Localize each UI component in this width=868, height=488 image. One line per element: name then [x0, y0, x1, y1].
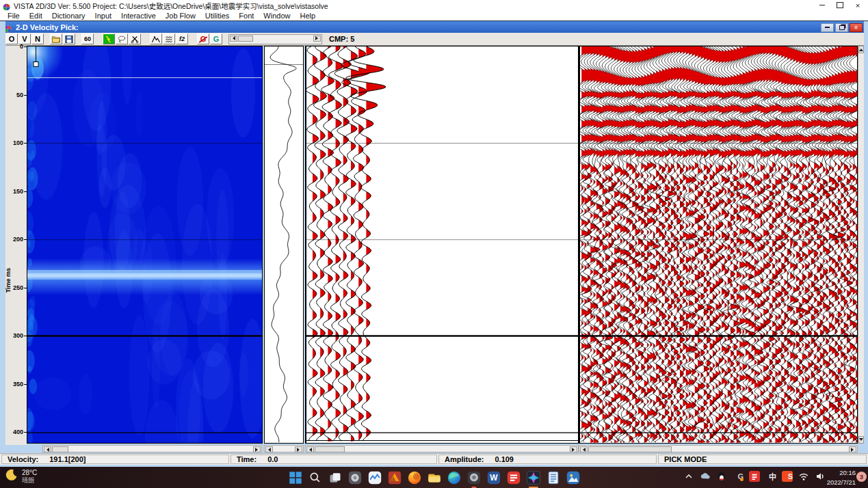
word-glyph: W — [490, 473, 497, 483]
red-docs-tray-icon[interactable] — [749, 471, 760, 482]
sixty-hz-button[interactable]: 60 — [81, 33, 94, 44]
cmp-scroll-thumb[interactable] — [238, 36, 253, 42]
cmp-label: CMP: 5 — [329, 35, 354, 43]
tray-chevron-icon[interactable] — [683, 471, 694, 482]
file-explorer-icon[interactable] — [426, 470, 443, 486]
scroll-left-button[interactable] — [580, 446, 588, 452]
weather-widget[interactable]: 28°C 晴朗 — [5, 469, 37, 484]
time-status: Time: 0.0 — [231, 455, 437, 464]
semblance-hscrollbar[interactable] — [42, 445, 262, 452]
cmp-gather-canvas[interactable] — [306, 46, 578, 443]
semblance-canvas[interactable] — [27, 46, 262, 443]
menu-item-font[interactable]: Font — [234, 12, 259, 20]
menu-item-utilities[interactable]: Utilities — [200, 12, 234, 20]
cmp-scroll-left-button[interactable] — [230, 36, 237, 42]
edge-icon[interactable] — [446, 470, 462, 486]
cmp-scroll-right-button[interactable] — [313, 36, 321, 42]
close-button[interactable]: × — [849, 0, 867, 10]
window-left-border — [0, 21, 5, 465]
gain-on-button[interactable]: G — [210, 33, 222, 44]
wave-app-icon[interactable] — [367, 470, 383, 486]
taskbar-clock[interactable]: 20:16 2022/7/21 — [827, 468, 856, 487]
open-file-button[interactable] — [50, 33, 62, 44]
scroll-right-button[interactable] — [570, 446, 577, 452]
vista-app-icon[interactable] — [525, 470, 542, 486]
clock-time: 20:16 — [827, 468, 856, 478]
capture-app-icon[interactable] — [466, 470, 482, 486]
section-vertical-scrollbar[interactable] — [858, 46, 864, 444]
task-view-icon[interactable] — [327, 470, 343, 486]
semblance-panel — [27, 46, 263, 444]
media-app-icon[interactable] — [347, 470, 363, 486]
scroll-left-button[interactable] — [306, 446, 314, 452]
matlab-icon[interactable] — [386, 470, 403, 486]
notification-badge[interactable]: 3 — [856, 472, 867, 482]
pick-tool-button[interactable] — [103, 33, 115, 44]
qq-icon[interactable] — [716, 471, 727, 482]
volume-icon[interactable] — [815, 471, 826, 482]
time-tick-label: 50 — [16, 92, 23, 98]
function-curve-button[interactable]: f2 — [176, 33, 188, 44]
onedrive-icon[interactable] — [700, 471, 711, 482]
g-assistant-icon[interactable]: G — [733, 471, 744, 482]
time-tick-label: 400 — [13, 429, 23, 435]
scroll-left-button[interactable] — [44, 446, 51, 452]
cmp-gather-panel — [305, 46, 579, 444]
menu-bar: FileEditDictionaryInputInteractiveJob Fl… — [0, 10, 868, 21]
scroll-right-button[interactable] — [253, 446, 261, 452]
scroll-right-button[interactable] — [295, 446, 302, 452]
menu-item-window[interactable]: Window — [259, 12, 295, 20]
mdi-restore-button[interactable] — [835, 23, 848, 32]
delete-pick-button[interactable] — [129, 33, 141, 44]
menu-item-file[interactable]: File — [3, 12, 25, 20]
notepad-app-icon[interactable] — [545, 470, 562, 486]
time-label: Time: — [237, 455, 257, 463]
gather-hscrollbar[interactable] — [305, 445, 579, 452]
section-hscrollbar[interactable] — [579, 445, 858, 452]
word-icon[interactable]: W — [486, 470, 502, 486]
amplitude-value: 0.109 — [495, 455, 514, 463]
sogou-icon[interactable]: S — [782, 471, 793, 482]
offset-display-button[interactable]: O — [5, 33, 18, 44]
maximize-button[interactable] — [831, 0, 849, 10]
system-tray: G中S — [683, 471, 826, 482]
scroll-down-button[interactable] — [858, 436, 864, 444]
search-icon[interactable] — [307, 470, 324, 486]
nmo-display-button[interactable]: N — [31, 33, 44, 44]
menu-item-edit[interactable]: Edit — [25, 12, 47, 20]
scroll-thumb[interactable] — [588, 446, 672, 452]
scroll-thumb[interactable] — [315, 446, 345, 452]
menu-item-job-flow[interactable]: Job Flow — [161, 12, 200, 20]
gain-off-button[interactable]: G — [197, 33, 209, 44]
pick-mode-label: PICK MODE — [664, 455, 707, 463]
scroll-thumb[interactable] — [52, 446, 68, 452]
menu-item-input[interactable]: Input — [90, 12, 116, 20]
stack-section-canvas[interactable] — [580, 46, 857, 443]
photos-app-icon[interactable] — [565, 470, 581, 486]
mdi-close-button[interactable]: × — [850, 23, 863, 32]
cmp-scrollbar[interactable] — [228, 34, 322, 44]
lasso-select-button[interactable] — [116, 33, 128, 44]
menu-item-dictionary[interactable]: Dictionary — [47, 12, 90, 20]
semblance-display-button[interactable] — [163, 33, 175, 44]
wifi-icon[interactable] — [798, 471, 809, 482]
red-docs-app-icon[interactable] — [505, 470, 522, 486]
save-button[interactable] — [63, 33, 75, 44]
menu-item-interactive[interactable]: Interactive — [116, 12, 161, 20]
snap-to-peak-button[interactable] — [150, 33, 162, 44]
clock-date: 2022/7/21 — [827, 478, 856, 487]
firefox-icon[interactable] — [406, 470, 423, 486]
minimize-button[interactable] — [813, 0, 831, 10]
curve-hscrollbar[interactable] — [264, 445, 304, 452]
menu-item-help[interactable]: Help — [295, 12, 320, 20]
taskbar: 28°C 晴朗 W G中S 20:16 2022/7/21 3 — [0, 467, 868, 488]
ime-icon[interactable]: 中 — [765, 471, 776, 482]
mdi-minimize-button[interactable] — [821, 23, 834, 32]
scroll-left-button[interactable] — [265, 446, 273, 452]
semblance-curve-canvas[interactable] — [265, 46, 303, 443]
velocity-label: Velocity: — [8, 455, 38, 463]
scroll-up-button[interactable] — [858, 46, 864, 53]
start-icon[interactable] — [287, 470, 304, 486]
amplitude-status: Amplitude: 0.109 — [438, 455, 657, 464]
scroll-right-button[interactable] — [849, 446, 856, 452]
